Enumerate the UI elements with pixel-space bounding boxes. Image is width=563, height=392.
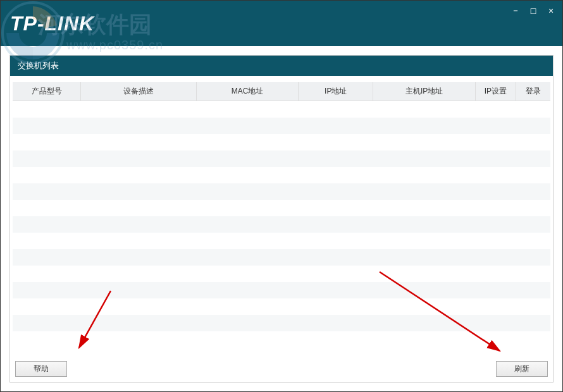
table-row[interactable] — [13, 101, 550, 118]
table-row[interactable] — [13, 233, 550, 249]
content-area: 交换机列表 产品型号 设备描述 MAC地址 IP地址 主机IP地址 IP设置 登… — [1, 46, 562, 391]
header-desc[interactable]: 设备描述 — [81, 82, 197, 101]
header-ip[interactable]: IP地址 — [299, 82, 373, 101]
table-row[interactable] — [13, 200, 550, 216]
window-controls: － □ × — [510, 6, 556, 16]
table-row[interactable] — [13, 118, 550, 134]
table-body — [13, 101, 550, 348]
panel-footer: 帮助 刷新 — [10, 356, 553, 382]
titlebar: TP-LINK － □ × — [1, 1, 562, 46]
help-button[interactable]: 帮助 — [15, 361, 67, 377]
brand-logo: TP-LINK — [10, 12, 94, 35]
table-row[interactable] — [13, 167, 550, 183]
header-ipset[interactable]: IP设置 — [475, 82, 516, 101]
table-row[interactable] — [13, 249, 550, 266]
switch-table: 产品型号 设备描述 MAC地址 IP地址 主机IP地址 IP设置 登录 — [13, 82, 550, 348]
refresh-button[interactable]: 刷新 — [496, 361, 548, 377]
table-row[interactable] — [13, 266, 550, 282]
app-window: 河东软件园 www.pc0359.cn TP-LINK － □ × 交换机列表 … — [0, 0, 563, 392]
table-header-row: 产品型号 设备描述 MAC地址 IP地址 主机IP地址 IP设置 登录 — [13, 82, 550, 101]
panel-title: 交换机列表 — [10, 56, 553, 76]
header-hostip[interactable]: 主机IP地址 — [373, 82, 475, 101]
close-button[interactable]: × — [546, 6, 556, 16]
header-model[interactable]: 产品型号 — [13, 82, 81, 101]
table-row[interactable] — [13, 134, 550, 150]
header-login[interactable]: 登录 — [516, 82, 550, 101]
table-row[interactable] — [13, 331, 550, 348]
header-mac[interactable]: MAC地址 — [196, 82, 298, 101]
table-row[interactable] — [13, 298, 550, 315]
table-row[interactable] — [13, 183, 550, 200]
table-container: 产品型号 设备描述 MAC地址 IP地址 主机IP地址 IP设置 登录 — [10, 76, 553, 356]
switch-list-panel: 交换机列表 产品型号 设备描述 MAC地址 IP地址 主机IP地址 IP设置 登… — [9, 55, 554, 383]
table-row[interactable] — [13, 282, 550, 298]
table-row[interactable] — [13, 315, 550, 331]
minimize-button[interactable]: － — [510, 6, 521, 16]
table-row[interactable] — [13, 150, 550, 167]
maximize-button[interactable]: □ — [528, 6, 538, 16]
table-row[interactable] — [13, 216, 550, 233]
